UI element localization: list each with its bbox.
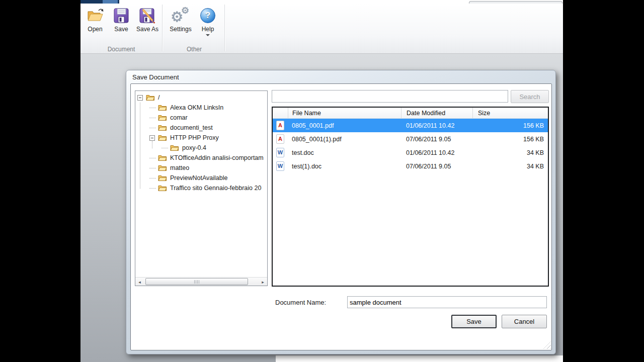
tree-item[interactable]: documenti_test <box>135 123 267 133</box>
search-button[interactable]: Search <box>511 90 549 103</box>
folder-icon <box>158 104 167 111</box>
tree-item-label: Traffico sito Gennaio-febbraio 20 <box>170 185 261 192</box>
folder-icon <box>146 94 155 101</box>
tree-item-label: matteo <box>170 164 189 171</box>
save-button[interactable]: Save <box>451 315 497 328</box>
tree-item[interactable]: poxy-0.4 <box>135 143 267 153</box>
scroll-left-icon[interactable] <box>136 278 143 286</box>
column-header-file-name[interactable]: File Name <box>288 108 401 118</box>
ribbon-group-separator <box>162 5 163 51</box>
tree-connector <box>149 168 156 168</box>
file-name: test.doc <box>288 146 401 159</box>
doc-file-icon: W <box>276 148 284 157</box>
folder-icon <box>158 164 167 171</box>
folder-icon <box>158 114 167 121</box>
cancel-button[interactable]: Cancel <box>502 315 547 328</box>
tree-connector <box>149 108 156 108</box>
tree-item-label: Alexa OKM LinksIn <box>170 104 223 111</box>
help-button[interactable]: ? Help <box>197 5 219 36</box>
column-header-size[interactable]: Size <box>472 108 548 118</box>
save-as-button-label: Save As <box>136 26 158 33</box>
tree-item-label: poxy-0.4 <box>182 144 206 151</box>
tree-item-label: / <box>158 94 159 101</box>
tree-item-label: comar <box>170 114 188 121</box>
folder-icon <box>158 174 167 182</box>
tree-item[interactable]: Traffico sito Gennaio-febbraio 20 <box>135 183 267 193</box>
ribbon: Open Save <box>80 4 563 54</box>
settings-button-label: Settings <box>170 26 191 33</box>
tree-item-label: documenti_test <box>170 124 213 131</box>
folder-icon <box>158 154 167 161</box>
tree-item[interactable]: HTTP PHP Proxy <box>135 133 267 143</box>
tree-connector <box>162 148 168 148</box>
file-row[interactable]: A 0805_0001(1).pdf 07/06/2011 9.05 156 K… <box>273 132 548 146</box>
pdf-file-icon: A <box>276 134 284 144</box>
file-row[interactable]: W test(1).doc 07/06/2011 9.05 34 KB <box>273 159 548 173</box>
file-size: 34 KB <box>472 146 548 159</box>
tree-item[interactable]: PreviewNotAvailable <box>135 173 267 183</box>
save-document-dialog[interactable]: Save Document / Alexa OKM LinksIn <box>126 70 556 354</box>
doc-file-icon: W <box>276 161 284 171</box>
tree-item[interactable]: Alexa OKM LinksIn <box>135 103 267 113</box>
screen: Open Save <box>0 0 644 362</box>
save-as-button[interactable]: Save As <box>136 5 159 33</box>
help-button-label: Help <box>202 26 214 33</box>
file-date-modified: 01/06/2011 10.42 <box>401 146 472 159</box>
tree-item-label: KTOfficeAddin analisi-comportam <box>170 154 264 161</box>
tree-item-label: HTTP PHP Proxy <box>170 134 219 141</box>
save-floppy-icon <box>113 5 129 26</box>
column-header-icon[interactable] <box>273 108 288 118</box>
file-name: 0805_0001(1).pdf <box>288 132 401 146</box>
file-list[interactable]: File Name Date Modified Size A 0805_0001… <box>272 107 549 287</box>
settings-gears-icon: ⚙⚙ <box>171 5 191 26</box>
settings-button[interactable]: ⚙⚙ Settings <box>165 5 196 33</box>
search-input[interactable] <box>272 90 508 103</box>
tree-horizontal-scrollbar[interactable] <box>135 277 267 286</box>
help-question-icon: ? <box>200 5 215 26</box>
save-ribbon-button-label: Save <box>114 26 128 33</box>
tree-item[interactable]: KTOfficeAddin analisi-comportam <box>135 153 267 163</box>
file-date-modified: 07/06/2011 9.05 <box>401 159 472 173</box>
tree-item[interactable]: / <box>135 93 267 103</box>
tree-item[interactable]: matteo <box>135 163 267 173</box>
file-size: 156 KB <box>472 132 548 146</box>
dialog-title: Save Document <box>132 73 179 81</box>
open-folder-icon <box>86 5 104 26</box>
file-list-header: File Name Date Modified Size <box>273 108 548 119</box>
document-name-input[interactable] <box>347 296 547 308</box>
scrollbar-thumb[interactable] <box>145 278 248 285</box>
ribbon-group-other: Other <box>164 46 224 53</box>
document-name-label: Document Name: <box>275 299 326 306</box>
scrollbar-grip <box>194 280 200 284</box>
tree-connector <box>149 128 156 128</box>
tree-collapse-icon[interactable] <box>137 95 143 101</box>
dialog-body: / Alexa OKM LinksIn comar documenti_test <box>130 83 552 350</box>
file-row[interactable]: A 0805_0001.pdf 01/06/2011 10.42 156 KB <box>273 119 548 132</box>
pdf-file-icon: A <box>276 121 284 130</box>
folder-icon <box>170 144 179 151</box>
folder-tree[interactable]: / Alexa OKM LinksIn comar documenti_test <box>135 90 268 286</box>
scroll-right-icon[interactable] <box>259 278 267 286</box>
tree-connector <box>149 158 156 158</box>
save-as-floppy-pencil-icon <box>139 5 156 26</box>
file-size: 156 KB <box>472 119 548 132</box>
file-date-modified: 07/06/2011 9.05 <box>401 132 472 146</box>
save-ribbon-button[interactable]: Save <box>110 5 132 33</box>
folder-icon <box>158 124 167 131</box>
ribbon-group-separator <box>224 5 225 51</box>
background-document-area <box>276 355 563 362</box>
file-date-modified: 01/06/2011 10.42 <box>401 119 472 132</box>
tree-connector <box>149 188 156 189</box>
open-button[interactable]: Open <box>83 5 108 33</box>
folder-icon <box>158 185 167 192</box>
help-dropdown-arrow-icon[interactable] <box>206 34 210 36</box>
ribbon-group-document: Document <box>80 46 162 53</box>
tree-item[interactable]: comar <box>135 113 267 123</box>
column-header-date-modified[interactable]: Date Modified <box>401 108 472 118</box>
file-row[interactable]: W test.doc 01/06/2011 10.42 34 KB <box>273 146 548 159</box>
active-tab-highlight <box>103 0 118 4</box>
tree-connector <box>149 118 156 118</box>
resize-grip[interactable] <box>543 341 551 349</box>
tree-collapse-icon[interactable] <box>149 135 155 141</box>
file-size: 34 KB <box>472 159 548 173</box>
